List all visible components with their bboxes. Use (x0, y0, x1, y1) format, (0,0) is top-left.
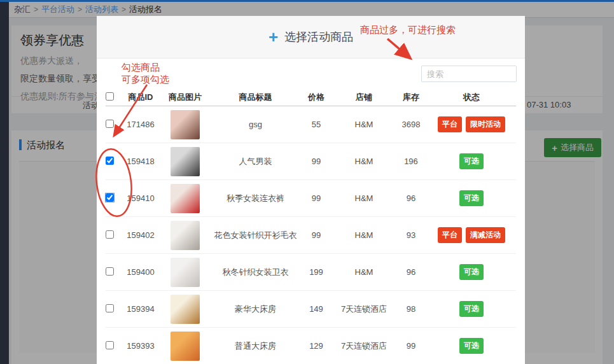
table-row[interactable]: 159402 花色女装针织开衫毛衣 99 H&M 93 平台满减活动 (106, 217, 516, 254)
status-badge: 可选 (459, 153, 484, 169)
status-badge: 可选 (459, 264, 484, 280)
table-row[interactable]: 159410 秋季女装连衣裤 99 H&M 96 可选 (106, 180, 516, 217)
stock-cell: 96 (395, 267, 427, 277)
column-header: 商品标题 (211, 92, 300, 103)
product-id-cell: 159400 (122, 267, 159, 277)
stock-cell: 3698 (395, 120, 427, 129)
product-title-cell: 秋季女装连衣裤 (211, 193, 300, 204)
row-checkbox[interactable] (106, 341, 114, 349)
row-checkbox[interactable] (106, 193, 114, 202)
row-checkbox[interactable] (106, 267, 114, 276)
select-products-modal: + 选择活动商品 商品ID商品图片商品标题价格店铺库存状态 171486 gsg… (97, 16, 525, 364)
status-cell: 平台满减活动 (427, 227, 516, 243)
search-input[interactable] (421, 66, 517, 82)
status-cell: 可选 (427, 338, 516, 354)
row-checkbox[interactable] (106, 304, 114, 312)
price-cell: 99 (300, 193, 333, 203)
column-header: 店铺 (333, 92, 395, 103)
product-image (171, 332, 200, 361)
shop-cell: H&M (333, 120, 395, 129)
price-cell: 129 (300, 341, 333, 351)
product-title-cell: 人气男装 (211, 156, 300, 167)
product-id-cell: 159418 (122, 157, 159, 166)
modal-toolbar (97, 59, 525, 88)
status-badge: 平台 (438, 227, 462, 243)
status-cell: 可选 (427, 190, 516, 206)
row-checkbox[interactable] (106, 120, 114, 128)
status-badge: 平台 (438, 116, 462, 132)
price-cell: 99 (300, 230, 333, 240)
stock-cell: 99 (395, 341, 427, 351)
status-badge: 可选 (459, 338, 484, 354)
status-cell: 可选 (427, 264, 516, 280)
products-table: 商品ID商品图片商品标题价格店铺库存状态 171486 gsg 55 H&M 3… (97, 88, 525, 364)
stock-cell: 96 (395, 193, 427, 203)
status-badge: 满减活动 (466, 227, 505, 243)
column-header: 库存 (395, 92, 427, 103)
modal-header: + 选择活动商品 (97, 16, 525, 59)
product-image (171, 258, 200, 287)
price-cell: 99 (300, 157, 333, 166)
table-header-row: 商品ID商品图片商品标题价格店铺库存状态 (106, 88, 516, 106)
table-row[interactable]: 171486 gsg 55 H&M 3698 平台限时活动 (106, 106, 516, 143)
price-cell: 149 (300, 304, 333, 314)
status-badge: 可选 (459, 190, 484, 206)
product-image (171, 147, 200, 176)
product-id-cell: 159402 (122, 230, 159, 240)
shop-cell: H&M (333, 157, 395, 166)
column-header: 商品ID (122, 92, 159, 103)
stock-cell: 98 (395, 304, 427, 314)
shop-cell: H&M (333, 230, 395, 240)
shop-cell: 7天连锁酒店 (333, 340, 395, 352)
shop-cell: 7天连锁酒店 (333, 304, 395, 315)
table-row[interactable]: 159393 普通大床房 129 7天连锁酒店 99 可选 (106, 328, 516, 364)
stock-cell: 93 (395, 230, 427, 240)
table-row[interactable]: 159400 秋冬针织女装卫衣 199 H&M 96 可选 (106, 254, 516, 291)
status-cell: 可选 (427, 301, 516, 317)
status-badge: 限时活动 (466, 116, 505, 132)
column-header: 商品图片 (159, 92, 211, 103)
select-all-checkbox[interactable] (106, 92, 114, 101)
product-id-cell: 159410 (122, 193, 159, 203)
plus-icon: + (269, 29, 278, 45)
product-id-cell: 159393 (122, 341, 159, 351)
product-image (171, 110, 200, 139)
price-cell: 199 (300, 267, 333, 277)
column-header: 状态 (427, 92, 516, 103)
status-cell: 平台限时活动 (427, 116, 516, 132)
modal-title: + 选择活动商品 (269, 29, 353, 45)
row-checkbox[interactable] (106, 157, 114, 165)
product-title-cell: 普通大床房 (211, 340, 300, 352)
product-title-cell: gsg (211, 120, 300, 129)
status-badge: 可选 (459, 301, 484, 317)
table-row[interactable]: 159394 豪华大床房 149 7天连锁酒店 98 可选 (106, 291, 516, 328)
product-id-cell: 159394 (122, 304, 159, 314)
product-image (171, 295, 200, 324)
row-checkbox[interactable] (106, 230, 114, 239)
status-cell: 可选 (427, 153, 516, 169)
column-header: 价格 (300, 92, 333, 103)
modal-title-text: 选择活动商品 (284, 29, 353, 45)
shop-cell: H&M (333, 193, 395, 203)
product-image (171, 184, 200, 213)
product-title-cell: 豪华大床房 (211, 304, 300, 315)
table-row[interactable]: 159418 人气男装 99 H&M 196 可选 (106, 143, 516, 180)
product-title-cell: 花色女装针织开衫毛衣 (211, 230, 300, 241)
shop-cell: H&M (333, 267, 395, 277)
product-title-cell: 秋冬针织女装卫衣 (211, 267, 300, 278)
product-id-cell: 171486 (122, 120, 159, 129)
product-image (171, 221, 200, 250)
price-cell: 55 (300, 120, 333, 129)
stock-cell: 196 (395, 157, 427, 166)
